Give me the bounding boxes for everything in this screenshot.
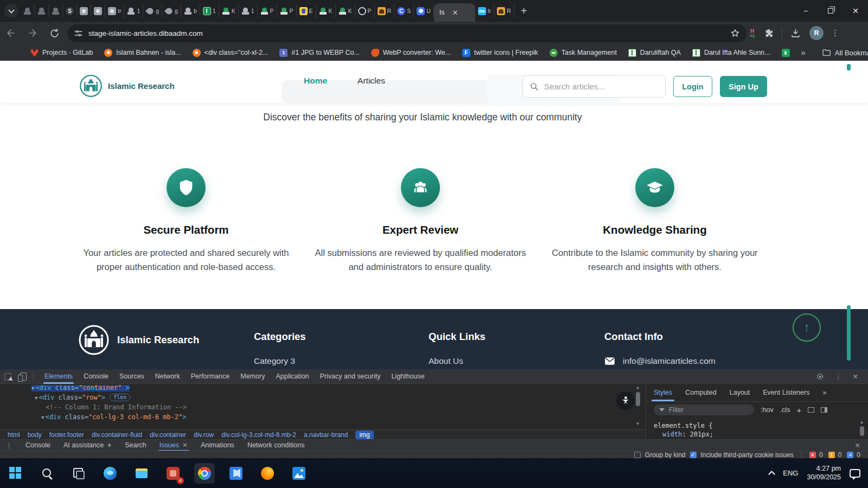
devtools-settings-gear-icon[interactable] [816,373,824,381]
url-text[interactable]: stage-islamic-articles.dibaadm.com [88,29,730,37]
chrome-icon[interactable] [194,463,215,484]
breadcrumb-a.navbar-brand[interactable]: a.navbar-brand [304,431,348,439]
browser-tab[interactable]: P [355,4,375,18]
devtools-tab-memory[interactable]: Memory [235,369,270,384]
styles-filter-input[interactable] [669,406,739,414]
file-explorer-icon[interactable] [131,463,152,484]
vscode-icon[interactable] [226,463,246,484]
scroll-to-top-button[interactable]: ↑ [793,313,821,342]
dom-tree-node[interactable]: ▼<div class="container" > [0,385,645,393]
devtools-tab-application[interactable]: Application [270,369,314,384]
minimize-button[interactable]: − [793,0,818,22]
browser-tab[interactable] [21,4,35,18]
breadcrumb-div.container[interactable]: div.container [150,431,186,439]
bookmark-item[interactable]: Ftwitter icons | Freepik [462,49,538,57]
bookmark-item[interactable] [782,49,790,57]
drawer-menu-kebab-icon[interactable]: ⋮ [5,441,12,450]
elements-tree[interactable]: ▼<div class="container" >▼<div class="ro… [0,385,645,429]
tray-chevron-up-icon[interactable] [768,471,775,478]
bookmark-item[interactable]: <div class="col-xl-2... [193,49,269,57]
breadcrumb-body[interactable]: body [28,431,42,439]
footer-link[interactable]: info@islamicarticles.com [604,356,716,366]
third-party-checkbox[interactable]: ✓ [690,452,697,458]
styles-tab-computed[interactable]: Computed [685,389,717,396]
browser-tab[interactable]: U [414,4,434,18]
devtools-tab-privacy-and-security[interactable]: Privacy and security [315,369,386,384]
devtools-tab-lighthouse[interactable]: Lighthouse [386,369,430,384]
drawer-close-icon[interactable]: ✕ [855,441,860,450]
browser-tab[interactable]: K [336,4,355,18]
downloads-button[interactable] [788,25,803,41]
tab-close-icon[interactable]: ✕ [452,9,458,16]
style-rules[interactable]: element.style { width: 201px; [646,418,868,439]
windows-start-icon[interactable] [5,463,26,484]
devtools-tab-sources[interactable]: Sources [114,369,150,384]
browser-menu-kebab-icon[interactable]: ⋮ [831,28,839,38]
bookmark-item[interactable]: Islami Bahnen - isla... [104,49,181,57]
drawer-tab-animations[interactable]: Animations [194,440,241,451]
restore-button[interactable] [818,0,843,22]
drawer-tab-close-icon[interactable]: ✕ [182,441,188,449]
devtools-tab-network[interactable]: Network [150,369,186,384]
browser-tab[interactable]: ibbIr [475,4,494,18]
bookmark-item[interactable]: Task Management [550,49,617,57]
browser-tab[interactable] [49,4,63,18]
notifications-chat-icon[interactable] [850,469,860,478]
inspect-element-icon[interactable] [4,373,11,380]
styles-tabs-overflow[interactable]: » [822,389,826,396]
tab-search-button[interactable] [4,4,18,18]
browser-tab[interactable]: 1 [239,4,258,18]
drawer-tab-search[interactable]: Search [118,440,153,451]
back-button[interactable] [3,25,18,41]
address-bar[interactable]: stage-islamic-articles.dibaadm.com [67,24,746,42]
site-settings-icon[interactable] [74,29,83,38]
devtools-tab-performance[interactable]: Performance [186,369,235,384]
bookmark-item[interactable]: 1#1 JPG to WEBP Co... [279,49,360,57]
notification-app-icon[interactable]: 4 [163,463,183,484]
browser-tab[interactable]: R [494,4,514,18]
breadcrumb-div.row[interactable]: div.row [194,431,214,439]
taskbar-search-icon[interactable] [37,463,58,484]
devtools-tab-console[interactable]: Console [78,369,114,384]
styles-filter-box[interactable] [654,404,754,415]
browser-tab[interactable] [91,4,105,18]
browser-tab[interactable]: E [297,4,316,18]
photos-icon[interactable] [289,463,309,484]
bookmarks-overflow-chevron[interactable]: » [801,48,806,57]
breadcrumb-div.container-fluid[interactable]: div.container-fluid [92,431,142,439]
drawer-tab-network-conditions[interactable]: Network conditions [241,440,311,451]
breadcrumb-img[interactable]: img [355,431,373,439]
bookmark-item[interactable]: Daruliftah QA [628,49,681,57]
browser-tab[interactable]: g [143,4,162,18]
bookmark-item[interactable]: Projects · GitLab [30,49,93,57]
browser-tab[interactable]: 1 [124,4,143,18]
breadcrumb-div.col-lg-3.col-md-6.mb-2[interactable]: div.col-lg-3.col-md-6.mb-2 [221,431,296,439]
drawer-tab-console[interactable]: Console [19,440,57,451]
styles-tab-styles[interactable]: Styles [654,389,672,396]
browser-tab[interactable]: 1 [200,4,219,18]
bookmark-item[interactable]: Darul Ifta Ahle Sunn... [692,49,770,57]
browser-tab[interactable]: R [375,4,395,18]
edge-icon[interactable] [100,463,120,484]
extensions-puzzle-icon[interactable] [761,25,776,41]
browser-tab[interactable]: P [277,4,297,18]
close-window-button[interactable]: ✕ [843,0,868,22]
profile-avatar[interactable]: R [809,26,824,40]
firefox-icon[interactable] [257,463,278,484]
drawer-tab-issues[interactable]: Issues✕ [153,440,194,451]
dom-tree-node[interactable]: ▼<div class="row">flex [0,393,645,402]
browser-tab[interactable] [35,4,49,18]
styles-tab-layout[interactable]: Layout [730,389,750,396]
sidebar-layout-icon[interactable] [821,407,827,413]
drawer-tab-ai-assistance[interactable]: AI assistance [57,440,118,451]
css-value[interactable]: 201px; [690,431,713,438]
forward-button[interactable] [25,25,40,41]
new-style-rule-button[interactable]: + [796,406,801,415]
browser-tab[interactable]: g [162,4,181,18]
new-tab-button[interactable]: + [521,5,527,17]
css-property[interactable]: width [662,431,682,438]
browser-tab[interactable]: tr [105,4,124,18]
nav-item-home[interactable]: Home [304,76,327,86]
scroll-thumb[interactable] [636,392,640,406]
site-logo[interactable]: Islamic Research [79,74,175,98]
